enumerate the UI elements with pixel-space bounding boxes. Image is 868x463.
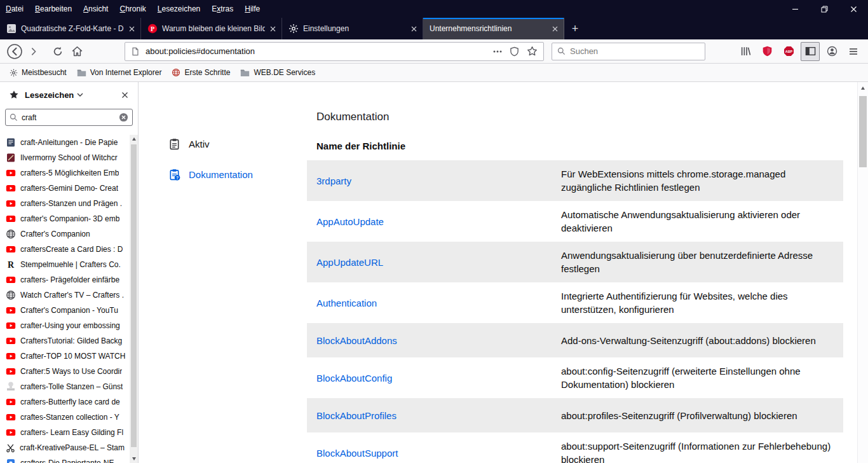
bookmarks-star-icon <box>9 90 19 100</box>
bookmark-search-box[interactable] <box>5 109 133 126</box>
policy-link[interactable]: BlockAboutSupport <box>316 446 561 460</box>
bookmark-item[interactable]: crafters-Die Papiertante-NE <box>0 455 130 463</box>
tab-close-icon[interactable] <box>551 25 559 33</box>
url-input[interactable] <box>146 46 493 56</box>
bookmark-label: craftes-Stanzen collection - Y <box>20 413 119 422</box>
youtube-icon <box>6 321 16 331</box>
policy-link[interactable]: BlockAboutConfig <box>316 371 561 385</box>
tab-close-icon[interactable] <box>410 25 418 33</box>
sidebar-close-button[interactable] <box>118 90 132 100</box>
bookmark-item[interactable]: CraftersTutorial: Gilded Backg <box>0 333 130 349</box>
page-actions-icon[interactable] <box>493 50 502 53</box>
sidebar-scrollbar[interactable] <box>130 135 138 463</box>
youtube-icon <box>6 244 16 254</box>
policy-link[interactable]: BlockAboutProfiles <box>316 409 561 422</box>
bookmark-item[interactable]: Crafter-TOP 10 MOST WATCH <box>0 349 130 364</box>
bookmark-item[interactable]: Watch Crafter's TV – Crafters . <box>0 287 130 303</box>
bookmark-label: Crafter's Companion - YouTu <box>20 306 118 315</box>
reload-button[interactable] <box>48 42 67 61</box>
bookmark-item[interactable]: crafters-Tolle Stanzen – Günst <box>0 379 130 394</box>
policy-link[interactable]: AppAutoUpdate <box>316 215 561 228</box>
bookmark-item[interactable]: craftersCreate a Card Dies : D <box>0 242 130 257</box>
page-nav-label: Aktiv <box>189 139 210 149</box>
bookmark-item[interactable]: craft-Anleitungen - Die Papie <box>0 135 130 150</box>
back-button[interactable] <box>5 42 24 61</box>
bookmark-item[interactable]: RStempelmuehle | Crafters Co. <box>0 257 130 272</box>
menu-button[interactable] <box>844 42 863 61</box>
bookmarks-toolbar-item[interactable]: Meistbesucht <box>6 66 70 79</box>
page-nav-aktiv[interactable]: Aktiv <box>168 135 253 153</box>
bookmark-item[interactable]: Crafter:5 Ways to Use Coordir <box>0 364 130 379</box>
account-button[interactable] <box>822 42 841 61</box>
bookmark-item[interactable]: Crafter's Companion - YouTu <box>0 303 130 318</box>
policy-link[interactable]: Authentication <box>316 296 561 310</box>
policy-row: AppUpdateURLAnwendungsaktualisierung übe… <box>307 242 843 282</box>
policy-link[interactable]: AppUpdateURL <box>316 256 561 269</box>
scroll-down-arrow[interactable] <box>130 455 138 463</box>
scroll-up-arrow[interactable] <box>858 83 868 92</box>
bookmark-item[interactable]: craft-KreativePause-EL – Stam <box>0 440 130 455</box>
bookmark-item[interactable]: Crafter's Companion <box>0 226 130 242</box>
menu-extras[interactable]: Extras <box>206 0 239 18</box>
sidebar-toggle-button[interactable] <box>801 42 820 61</box>
abp-button[interactable]: ABP <box>779 42 798 61</box>
scroll-up-arrow[interactable] <box>130 135 138 143</box>
bookmark-label: crafters-5 Möglichkeiten Emb <box>20 169 119 177</box>
tab[interactable]: Quadratische Z-Fold-Karte - Di <box>0 18 141 39</box>
search-bar[interactable] <box>552 43 705 60</box>
library-button[interactable] <box>736 42 755 61</box>
bookmark-star-icon[interactable] <box>527 46 538 57</box>
chevron-down-icon[interactable] <box>77 93 83 97</box>
sidebar-title[interactable]: Lesezeichen <box>25 90 74 100</box>
bookmark-item[interactable]: crafters- Prägefolder einfärbe <box>0 272 130 287</box>
bookmark-item[interactable]: craftes-Stanzen collection - Y <box>0 410 130 425</box>
policy-link[interactable]: BlockAboutAddons <box>316 334 561 347</box>
page-nav-dokumentation[interactable]: ?Dokumentation <box>168 165 253 183</box>
bookmark-item[interactable]: crafter-Using your embossing <box>0 318 130 333</box>
tab[interactable]: Unternehmensrichtlinien <box>423 18 564 39</box>
youtube-icon <box>6 351 16 361</box>
svg-text:?: ? <box>176 175 179 179</box>
policy-link[interactable]: 3rdparty <box>316 174 561 188</box>
tab[interactable]: Einstellungen <box>282 18 423 39</box>
scrollbar-thumb[interactable] <box>859 96 867 167</box>
search-input[interactable] <box>570 46 700 56</box>
menu-hilfe[interactable]: Hilfe <box>239 0 266 18</box>
tab-close-icon[interactable] <box>128 25 136 33</box>
tab[interactable]: PWarum bleiben die kleinen Bild <box>141 18 282 39</box>
bookmark-item[interactable]: Ilvermorny School of Witchcr <box>0 150 130 165</box>
bookmarks-toolbar-item[interactable]: Erste Schritte <box>168 66 233 79</box>
menu-bearbeiten[interactable]: Bearbeiten <box>29 0 78 18</box>
menu-chronik[interactable]: Chronik <box>114 0 151 18</box>
tab-close-icon[interactable] <box>269 25 277 33</box>
minimize-button[interactable] <box>780 0 810 18</box>
url-bar[interactable] <box>125 42 544 61</box>
bookmark-item[interactable]: crafter's Companion- 3D emb <box>0 211 130 226</box>
bookmark-item[interactable]: crafters-5 Möglichkeiten Emb <box>0 165 130 181</box>
restore-button[interactable] <box>810 0 839 18</box>
globe-red-icon <box>172 68 180 77</box>
new-tab-button[interactable]: + <box>564 18 586 39</box>
home-button[interactable] <box>67 42 86 61</box>
bookmark-label: Stempelmuehle | Crafters Co. <box>20 260 121 269</box>
policy-description: about:support-Seitenzugriff (Information… <box>561 439 839 463</box>
page-scrollbar[interactable] <box>857 82 868 463</box>
toolbar-buttons: ABP <box>736 42 863 61</box>
bookmark-item[interactable]: crafters- Learn Easy Gilding Fl <box>0 425 130 440</box>
bookmarks-toolbar-item[interactable]: Von Internet Explorer <box>74 66 165 79</box>
tracking-protection-shield-icon[interactable] <box>510 46 519 57</box>
close-window-button[interactable] <box>839 0 868 18</box>
adblock-shield-button[interactable] <box>757 42 776 61</box>
menu-ansicht[interactable]: Ansicht <box>78 0 114 18</box>
bookmark-search-input[interactable] <box>22 113 119 122</box>
bookmark-item[interactable]: crafters-Butterfly lace card de <box>0 394 130 410</box>
bookmark-item[interactable]: crafters-Gemini Demo- Creat <box>0 181 130 196</box>
forward-button[interactable] <box>24 42 43 61</box>
bookmark-item[interactable]: crafters-Stanzen und Prägen . <box>0 196 130 211</box>
menu-lesezeichen[interactable]: Lesezeichen <box>152 0 206 18</box>
scrollbar-thumb[interactable] <box>131 144 137 447</box>
youtube-icon <box>6 183 16 193</box>
clear-search-icon[interactable] <box>119 113 128 122</box>
menu-datei[interactable]: Datei <box>0 0 29 18</box>
bookmarks-toolbar-item[interactable]: WEB.DE Services <box>237 66 318 79</box>
